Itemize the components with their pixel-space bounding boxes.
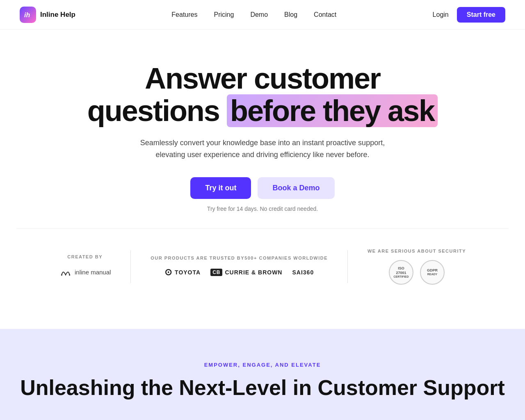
gdpr-badge-text: GDPR READY bbox=[427, 268, 438, 276]
elevate-section: EMPOWER, ENGAGE, AND ELEVATE Unleashing … bbox=[0, 329, 525, 420]
hero-title-line2-prefix: questions bbox=[87, 94, 227, 127]
navbar: ih Inline Help Features Pricing Demo Blo… bbox=[0, 0, 525, 30]
trust-created-by: CREATED BY inline manual bbox=[59, 254, 111, 279]
inline-manual-text: inline manual bbox=[75, 269, 111, 276]
gdpr-ready: READY bbox=[427, 273, 438, 276]
trusted-by-suffix: COMPANIES WORLDWIDE bbox=[257, 256, 328, 260]
nav-contact[interactable]: Contact bbox=[314, 11, 336, 18]
iso-badge: ISO 27001 CERTIFIED bbox=[389, 260, 413, 285]
divider-2 bbox=[347, 250, 348, 283]
svg-point-2 bbox=[69, 274, 70, 276]
svg-point-1 bbox=[61, 274, 62, 276]
book-demo-button[interactable]: Book a Demo bbox=[258, 177, 334, 199]
inline-manual-brand: inline manual bbox=[59, 266, 111, 279]
hero-note: Try free for 14 days. No credit card nee… bbox=[16, 205, 509, 212]
hero-subtitle: Seamlessly convert your knowledge base i… bbox=[139, 137, 386, 161]
hero-title-line1: Answer customer bbox=[145, 62, 380, 95]
iso-text: ISO bbox=[394, 266, 409, 271]
cb-icon: CB bbox=[210, 269, 222, 276]
created-by-label: CREATED BY bbox=[67, 254, 103, 259]
hero-title-highlight: before they ask bbox=[227, 94, 438, 127]
nav-actions: Login Start free bbox=[433, 7, 505, 23]
section-tag: EMPOWER, ENGAGE, AND ELEVATE bbox=[16, 362, 509, 368]
trust-brands: OUR PRODUCTS ARE TRUSTED BY500+ COMPANIE… bbox=[151, 256, 328, 278]
svg-text:ih: ih bbox=[24, 11, 30, 18]
sai360-logo: SAI360 bbox=[292, 269, 314, 276]
trust-security: WE ARE SERIOUS ABOUT SECURITY ISO 27001 … bbox=[368, 249, 466, 285]
login-button[interactable]: Login bbox=[433, 11, 449, 18]
brand-logos: ⊙ TOYOTA CB Currie & Brown SAI360 bbox=[164, 267, 314, 278]
logo-icon: ih bbox=[20, 7, 36, 23]
toyota-name: TOYOTA bbox=[175, 269, 201, 276]
nav-pricing[interactable]: Pricing bbox=[214, 11, 234, 18]
nav-blog[interactable]: Blog bbox=[284, 11, 297, 18]
trust-bar: CREATED BY inline manual OUR PRODUCTS AR… bbox=[16, 228, 509, 304]
hero-buttons: Try it out Book a Demo bbox=[16, 177, 509, 199]
hero-title: Answer customer questions before they as… bbox=[16, 62, 509, 127]
trusted-by-prefix: OUR PRODUCTS ARE TRUSTED BY bbox=[151, 256, 244, 260]
currie-brown-name: Currie & Brown bbox=[225, 269, 282, 276]
inline-manual-icon bbox=[59, 266, 72, 279]
gdpr-badge: GDPR READY bbox=[420, 260, 445, 285]
sai360-name: SAI360 bbox=[292, 269, 314, 276]
nav-features[interactable]: Features bbox=[171, 11, 197, 18]
section-title: Unleashing the Next-Level in Customer Su… bbox=[16, 376, 509, 399]
iso-badge-text: ISO 27001 CERTIFIED bbox=[394, 266, 409, 278]
security-badges: ISO 27001 CERTIFIED GDPR READY bbox=[389, 260, 445, 285]
gdpr-text: GDPR bbox=[427, 268, 438, 273]
nav-links: Features Pricing Demo Blog Contact bbox=[171, 11, 336, 18]
iso-certified: CERTIFIED bbox=[394, 275, 409, 278]
trusted-by-label: OUR PRODUCTS ARE TRUSTED BY500+ COMPANIE… bbox=[151, 256, 328, 260]
logo-text: Inline Help bbox=[40, 11, 75, 19]
hero-section: Answer customer questions before they as… bbox=[0, 30, 525, 329]
nav-demo[interactable]: Demo bbox=[250, 11, 268, 18]
try-it-out-button[interactable]: Try it out bbox=[190, 177, 251, 199]
toyota-icon: ⊙ bbox=[164, 267, 172, 278]
currie-brown-logo: CB Currie & Brown bbox=[210, 269, 282, 276]
security-label: WE ARE SERIOUS ABOUT SECURITY bbox=[368, 249, 466, 253]
iso-number: 27001 bbox=[394, 271, 409, 275]
inline-manual-logo: inline manual bbox=[59, 266, 111, 279]
toyota-logo: ⊙ TOYOTA bbox=[164, 267, 201, 278]
trusted-by-count: 500+ bbox=[244, 256, 257, 260]
start-free-button[interactable]: Start free bbox=[457, 7, 505, 23]
divider-1 bbox=[130, 250, 131, 283]
logo-link[interactable]: ih Inline Help bbox=[20, 7, 75, 23]
